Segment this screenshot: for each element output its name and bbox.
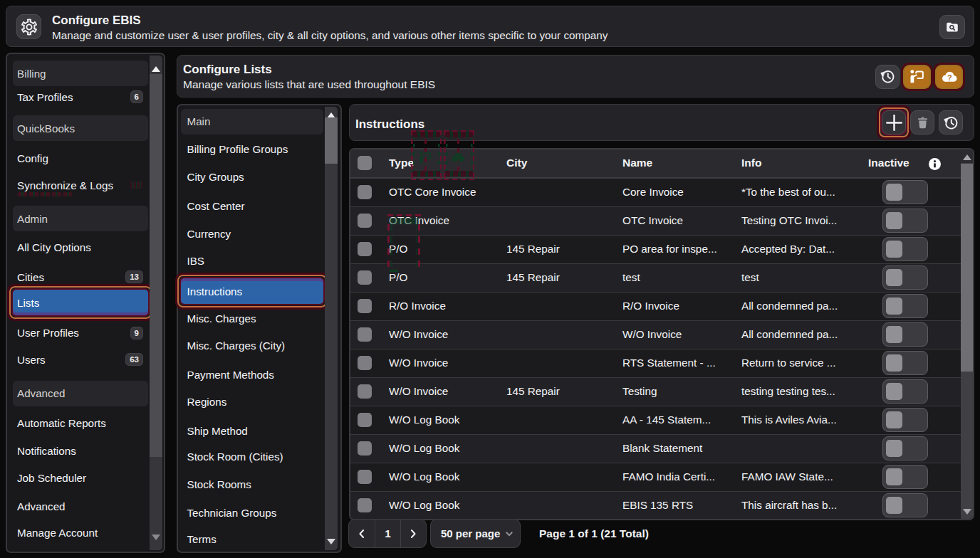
inactive-toggle[interactable] (882, 465, 928, 489)
nav-item-ibs[interactable]: IBS (181, 248, 323, 274)
inactive-toggle[interactable] (882, 322, 928, 347)
page-size-select[interactable]: 50 per page (430, 519, 521, 548)
nav-item-config[interactable]: Config (13, 146, 148, 172)
column-type[interactable]: Type (389, 157, 414, 169)
next-page-button[interactable] (400, 520, 426, 547)
nav-item-instructions[interactable]: Instructions (181, 278, 323, 304)
inactive-toggle[interactable] (882, 294, 928, 318)
table-row[interactable]: W/O Invoice145 RepairTestingtesting test… (350, 377, 973, 406)
table-row[interactable]: W/O Log BookAA - 145 Statem...This is Av… (350, 406, 973, 434)
nav-item-lists[interactable]: Lists (13, 290, 148, 315)
lists-history-button[interactable] (875, 65, 900, 89)
nav-item-all-city-options[interactable]: All City Options (13, 235, 148, 260)
row-checkbox[interactable] (358, 441, 372, 456)
table-row[interactable]: P/O145 Repairtesttest (350, 263, 973, 292)
nav-label: User Profiles (17, 327, 79, 339)
sidebar-scrollbar[interactable] (150, 56, 162, 550)
add-button[interactable] (882, 110, 906, 135)
nav-item-city-groups[interactable]: City Groups (181, 164, 323, 189)
info-icon[interactable] (929, 158, 941, 170)
ghost-band (412, 132, 440, 137)
scroll-up-icon[interactable] (152, 66, 160, 72)
prev-page-button[interactable] (349, 520, 375, 547)
nav-item-users[interactable]: Users63 (13, 347, 148, 372)
row-checkbox[interactable] (358, 185, 372, 199)
scrollbar-thumb[interactable] (961, 164, 974, 372)
row-checkbox[interactable] (358, 356, 372, 370)
cell-name: R/O Invoice (622, 300, 679, 312)
nav-item-manage-account[interactable]: Manage Account (13, 520, 148, 546)
nav-label: Misc. Charges (City) (187, 339, 286, 352)
inactive-toggle[interactable] (882, 265, 928, 290)
column-info[interactable]: Info (741, 157, 761, 169)
row-checkbox[interactable] (358, 470, 372, 484)
row-checkbox[interactable] (358, 327, 372, 342)
table-row[interactable]: W/O Log BookBlank Statement (350, 434, 973, 463)
inactive-toggle[interactable] (882, 408, 928, 432)
table-history-button[interactable] (939, 110, 963, 135)
nav-item-misc-charges-city-[interactable]: Misc. Charges (City) (181, 333, 323, 359)
select-all-checkbox[interactable] (358, 156, 372, 170)
nav-item-ship-method[interactable]: Ship Method (181, 418, 323, 443)
row-checkbox[interactable] (358, 214, 372, 228)
row-checkbox[interactable] (358, 413, 372, 427)
nav-item-cities[interactable]: Cities13 (13, 264, 148, 290)
inactive-toggle[interactable] (882, 493, 928, 517)
scroll-down-icon[interactable] (963, 509, 971, 515)
walkthrough-button[interactable] (903, 65, 931, 89)
nav-item-notifications[interactable]: Notifications (13, 438, 148, 464)
scroll-up-icon[interactable] (963, 154, 971, 160)
table-row[interactable]: W/O InvoiceRTS Statement - ...Return to … (350, 349, 973, 377)
scroll-down-icon[interactable] (327, 539, 335, 544)
delete-button[interactable] (910, 110, 934, 135)
row-checkbox[interactable] (358, 299, 372, 313)
nav-item-tax-profiles[interactable]: Tax Profiles6 (13, 84, 148, 110)
nav-item-payment-methods[interactable]: Payment Methods (181, 362, 323, 387)
cloud-help-button[interactable]: ? (935, 65, 963, 89)
nav-item-billing-profile-groups[interactable]: Billing Profile Groups (181, 137, 323, 162)
table-row[interactable]: OTC Core InvoiceCore Invoice*To the best… (350, 178, 973, 206)
inactive-toggle[interactable] (882, 379, 928, 404)
table-row[interactable]: W/O InvoiceW/O InvoiceAll condemned pa..… (350, 320, 973, 349)
inactive-toggle[interactable] (882, 436, 928, 460)
inactive-toggle[interactable] (882, 237, 928, 261)
row-checkbox[interactable] (358, 498, 372, 512)
nav-item-automatic-reports[interactable]: Automatic Reports (13, 410, 148, 436)
inactive-toggle[interactable] (882, 180, 928, 204)
inactive-toggle[interactable] (882, 351, 928, 375)
nav-label: IBS (187, 255, 204, 267)
settings-button[interactable] (16, 14, 41, 39)
row-checkbox[interactable] (358, 242, 372, 256)
table-row[interactable]: R/O InvoiceR/O InvoiceAll condemned pa..… (350, 292, 973, 320)
table-scrollbar[interactable] (961, 149, 974, 519)
nav-item-misc-charges[interactable]: Misc. Charges (181, 306, 323, 332)
row-checkbox[interactable] (358, 270, 372, 285)
nav-item-job-scheduler[interactable]: Job Scheduler (13, 465, 148, 491)
table-row[interactable]: P/O145 RepairPO area for inspe...Accepte… (350, 235, 973, 263)
row-checkbox[interactable] (358, 384, 372, 399)
inactive-toggle[interactable] (882, 209, 928, 233)
table-row[interactable]: W/O Log BookFAMO India Certi...FAMO IAW … (350, 463, 973, 491)
nav-item-regions[interactable]: Regions (181, 389, 323, 414)
scrollbar-thumb[interactable] (150, 74, 162, 457)
scroll-down-icon[interactable] (152, 535, 160, 540)
column-name[interactable]: Name (622, 157, 652, 169)
folder-search-icon (944, 19, 960, 35)
search-archive-button[interactable] (939, 15, 965, 39)
column-city[interactable]: City (506, 157, 527, 169)
nav-item-advanced[interactable]: Advanced (13, 494, 148, 520)
table-row[interactable]: OTC InvoiceOTC InvoiceTesting OTC Invoi.… (350, 206, 973, 235)
list-nav-scrollbar[interactable] (325, 107, 338, 550)
nav-item-stock-rooms[interactable]: Stock Rooms (181, 472, 323, 498)
svg-text:?: ? (947, 73, 952, 81)
nav-item-cost-center[interactable]: Cost Center (181, 194, 323, 219)
nav-item-stock-room-cities-[interactable]: Stock Room (Cities) (181, 444, 323, 470)
nav-item-user-profiles[interactable]: User Profiles9 (13, 320, 148, 346)
nav-item-technician-groups[interactable]: Technician Groups (181, 500, 323, 525)
nav-item-terms[interactable]: Terms (181, 527, 323, 552)
table-row[interactable]: W/O Log BookEBIS 135 RTSThis aircraft ha… (350, 491, 973, 520)
current-page[interactable]: 1 (375, 520, 400, 547)
column-inactive[interactable]: Inactive (868, 157, 909, 169)
nav-item-currency[interactable]: Currency (181, 221, 323, 247)
scrollbar-thumb[interactable] (325, 117, 338, 164)
